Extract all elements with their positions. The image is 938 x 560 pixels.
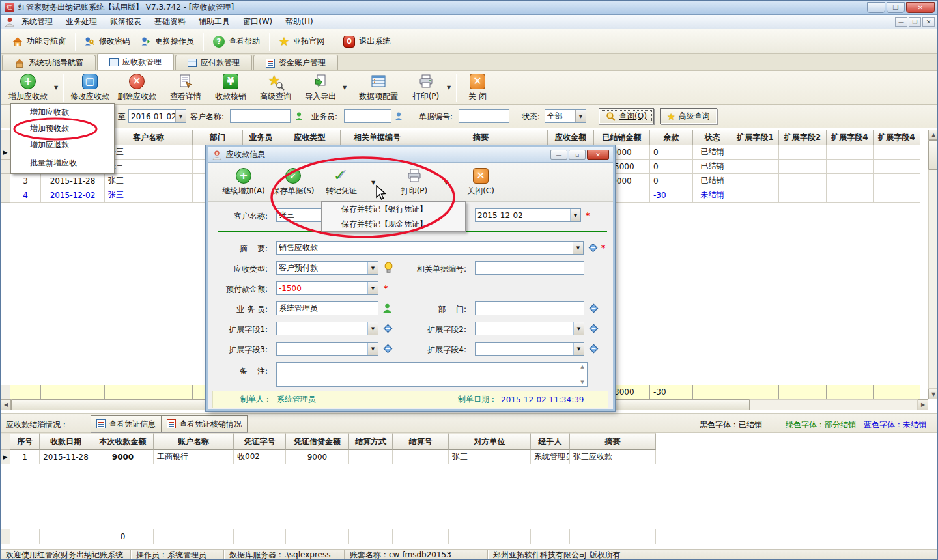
data-config-button[interactable]: 数据项配置	[355, 72, 402, 104]
salesman-input[interactable]	[344, 109, 391, 123]
menu-item-save-post-bank[interactable]: 保存并转记【银行凭证】	[322, 202, 465, 217]
import-export-dropdown-arrow[interactable]: ▼	[340, 72, 349, 104]
customer-input[interactable]	[230, 109, 291, 123]
col-customer[interactable]: 客户名称	[105, 130, 193, 145]
scroll-left-icon[interactable]: ◀	[1, 399, 11, 410]
scroll-down-icon[interactable]: ▼	[928, 389, 938, 399]
close-button[interactable]: ✕	[906, 2, 935, 13]
vertical-scrollbar[interactable]: ▲ ▼	[928, 130, 938, 399]
post-voucher-button[interactable]: ✓ ✓ 转记凭证	[320, 165, 363, 200]
child-restore-button[interactable]: ❐	[909, 17, 921, 27]
menu-reports[interactable]: 账簿报表	[104, 15, 148, 29]
summary-combo[interactable]: 销售应收款 ▼	[276, 241, 584, 255]
restore-button[interactable]: ❐	[887, 2, 905, 13]
delete-receivable-button[interactable]: ✕ 删除应收款	[113, 72, 160, 104]
vscroll-thumb[interactable]	[928, 140, 938, 170]
menu-tools[interactable]: 辅助工具	[192, 15, 236, 29]
view-detail-button[interactable]: 查看详情	[166, 72, 205, 104]
bcol-counterparty[interactable]: 对方单位	[449, 433, 531, 450]
bcol-summary[interactable]: 摘要	[570, 433, 656, 450]
note-textarea[interactable]: ▲▼	[276, 362, 588, 387]
bcol-voucher-no[interactable]: 凭证字号	[234, 433, 286, 450]
advanced-query-bar-button[interactable]: ★ 高级查询	[660, 108, 717, 124]
print-dropdown-arrow[interactable]: ▼	[444, 72, 453, 104]
bcol-voucher-amount[interactable]: 凭证借贷金额	[286, 433, 349, 450]
menu-basedata[interactable]: 基础资料	[148, 15, 192, 29]
nav-window-button[interactable]: 功能导航窗	[7, 33, 71, 49]
post-voucher-dropdown-arrow[interactable]: ▼	[367, 165, 380, 200]
website-button[interactable]: ★ 亚拓官网	[274, 33, 330, 50]
print-button[interactable]: 打印(P)	[408, 72, 444, 104]
customer-person-icon[interactable]	[294, 111, 304, 121]
advanced-query-button[interactable]: ★ 高级查询	[256, 72, 295, 104]
person-icon[interactable]	[382, 303, 392, 313]
col-related[interactable]: 相关单据编号	[341, 130, 414, 145]
chevron-down-icon[interactable]: ▼	[367, 322, 378, 335]
import-export-button[interactable]: 导入导出	[301, 72, 340, 104]
tab-accounts[interactable]: 资金账户管理	[253, 55, 338, 70]
menu-item-batch-add[interactable]: 批量新增应收	[11, 155, 114, 171]
dialog-restore-button[interactable]: ▫	[569, 150, 586, 160]
col-ext4a[interactable]: 扩展字段4	[827, 130, 874, 145]
switch-operator-button[interactable]: 更换操作员	[135, 33, 199, 49]
help-button[interactable]: ? 查看帮助	[208, 33, 265, 50]
book-icon[interactable]	[588, 324, 599, 333]
chevron-down-icon[interactable]: ▼	[573, 322, 584, 335]
menu-item-add-receivable[interactable]: 增加应收款	[11, 104, 114, 120]
chevron-down-icon[interactable]: ▼	[367, 262, 378, 274]
book-icon[interactable]	[588, 303, 599, 313]
chevron-down-icon[interactable]: ▼	[570, 209, 580, 221]
col-ext4b[interactable]: 扩展字段4	[874, 130, 920, 145]
menu-item-save-post-cash[interactable]: 保存并转记【现金凭证】	[322, 217, 465, 232]
col-dept[interactable]: 部门	[193, 130, 243, 145]
bcol-settle-method[interactable]: 结算方式	[349, 433, 393, 450]
col-status[interactable]: 状态	[693, 130, 732, 145]
doc-date-combo[interactable]: 2015-12-02 ▼	[475, 208, 581, 222]
minimize-button[interactable]: —	[867, 2, 885, 13]
ext3-combo[interactable]: ▼	[276, 342, 378, 356]
menu-business[interactable]: 业务处理	[59, 15, 104, 29]
salesman-input[interactable]: 系统管理员	[277, 303, 320, 314]
ext4-combo[interactable]: ▼	[475, 342, 584, 356]
modify-receivable-button[interactable]: ▢ 修改应收款	[66, 72, 113, 104]
docno-input[interactable]	[459, 109, 509, 123]
col-salesman[interactable]: 业务员	[243, 130, 279, 145]
menu-item-add-refund[interactable]: 增加应退款	[11, 137, 114, 153]
date-to-combo[interactable]: 2016-01-02▼	[128, 109, 186, 123]
bulb-icon[interactable]	[384, 262, 393, 273]
menu-window[interactable]: 窗口(W)	[236, 15, 279, 29]
scroll-right-icon[interactable]: ▶	[918, 399, 928, 410]
book-icon[interactable]	[382, 324, 393, 333]
print-dropdown-arrow[interactable]: ▼	[440, 165, 453, 200]
chevron-down-icon[interactable]: ▼	[175, 110, 186, 122]
col-ext1[interactable]: 扩展字段1	[732, 130, 779, 145]
verify-payment-button[interactable]: ¥ 收款核销	[211, 72, 250, 104]
add-receivable-button[interactable]: + 增加应收款	[5, 72, 51, 104]
book-icon[interactable]	[588, 243, 599, 253]
chevron-down-icon[interactable]: ▼	[367, 282, 378, 294]
dialog-close-toolbar-button[interactable]: ✕ 关闭(C)	[461, 165, 501, 200]
col-amount[interactable]: 应收金额	[548, 130, 594, 145]
book-icon[interactable]	[588, 344, 599, 354]
ext2-combo[interactable]: ▼	[475, 322, 584, 335]
change-password-button[interactable]: 修改密码	[79, 33, 135, 49]
add-dropdown-arrow[interactable]: ▼	[51, 72, 61, 104]
exit-button[interactable]: 0 退出系统	[338, 33, 395, 50]
col-summary[interactable]: 摘要	[414, 130, 548, 145]
col-ext2[interactable]: 扩展字段2	[779, 130, 827, 145]
receivable-type-combo[interactable]: 客户预付款 ▼	[276, 261, 378, 275]
query-button[interactable]: 查询(Q)	[599, 108, 654, 124]
bcol-date[interactable]: 收款日期	[40, 433, 92, 450]
bcol-account[interactable]: 账户名称	[154, 433, 234, 450]
view-voucher-verify-button[interactable]: 查看凭证核销情况	[161, 415, 248, 432]
tab-receivables[interactable]: 应收款管理	[97, 53, 174, 70]
chevron-down-icon[interactable]: ▼	[367, 343, 378, 355]
dialog-minimize-button[interactable]: —	[550, 150, 567, 160]
ext1-combo[interactable]: ▼	[276, 322, 378, 335]
bcol-amount[interactable]: 本次收款金额	[92, 433, 154, 450]
view-voucher-button[interactable]: 查看凭证信息	[91, 415, 162, 432]
close-tab-button[interactable]: ✕ 关 闭	[459, 72, 496, 104]
salesman-person-icon[interactable]	[394, 111, 403, 121]
child-minimize-button[interactable]: —	[895, 17, 907, 27]
prepay-amount-combo[interactable]: -1500 ▼	[276, 281, 378, 295]
